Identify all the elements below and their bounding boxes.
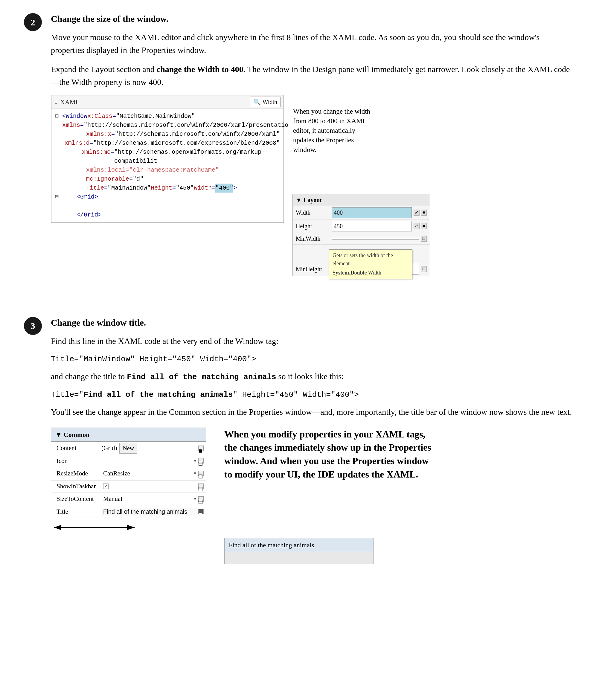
step-2-badge: 2 xyxy=(24,13,42,31)
code-eq3: = xyxy=(111,130,115,139)
resize-icon: ⤢ xyxy=(414,209,420,216)
line-prefix-2 xyxy=(55,121,60,130)
para2-suffix: so it looks like this: xyxy=(276,372,344,381)
line-prefix-3 xyxy=(55,130,84,139)
line-prefix-9: ⊟ xyxy=(55,193,60,202)
code2-prefix: Title=" xyxy=(51,390,83,399)
tooltip-container: MinWidth □ Gets or sets the width of the… xyxy=(293,233,430,276)
step-3-section: 3 Change the window title. Find this lin… xyxy=(24,316,575,565)
triangle-icon: ▼ xyxy=(296,196,302,204)
arrow-container xyxy=(51,523,206,532)
code-xmlns-mc-val: "http://schemas.openxmlformats.org/marku… xyxy=(114,148,280,166)
xaml-line-2: xmlns="http://schemas.microsoft.com/winf… xyxy=(55,121,280,130)
step-3-para1: Find this line in the XAML code at the v… xyxy=(51,334,575,347)
step-2-para1: Move your mouse to the XAML editor and c… xyxy=(51,31,575,57)
title-input[interactable] xyxy=(101,508,197,516)
code-eq6: = xyxy=(129,175,133,183)
pt-resizemode-label: ResizeMode xyxy=(53,469,101,478)
pt-sizetocontent-icon: □ xyxy=(198,496,204,502)
line-prefix-4 xyxy=(55,139,62,148)
xaml-line-6: xmlns:local="clr-namespace:MatchGame" xyxy=(55,166,280,175)
props-height-value[interactable]: 450 xyxy=(332,221,412,231)
step-3-para2: and change the title to Find all of the … xyxy=(51,370,575,383)
xaml-line-1: ⊟ <Window x:Class="MatchGame.MainWindow" xyxy=(55,112,280,121)
pt-row-resizemode: ResizeMode CanResize ▼ □ xyxy=(51,467,206,480)
code-xmlns-mc: xmlns:mc xyxy=(82,148,111,157)
xaml-line-10 xyxy=(55,202,280,210)
dropdown-icon-3[interactable]: ▼ xyxy=(193,496,197,502)
code-xmlns-x-val: "http://schemas.microsoft.com/winfx/2006… xyxy=(115,130,280,139)
properties-panel: ▼ Layout Width 400 ⤢ ■ Height 450 xyxy=(293,194,430,276)
pt-content-label: Content xyxy=(53,444,101,453)
xaml-line-11: </Grid> xyxy=(55,210,280,220)
props-minwidth-icons: □ xyxy=(421,235,427,242)
xaml-header: ↓ XAML 🔍 Width xyxy=(51,95,283,109)
tooltip-type: System.Double Width xyxy=(332,269,408,277)
properties-table: ▼ Common Content (Grid) New ■ Ic xyxy=(51,428,206,519)
props-row-minwidth: MinWidth □ xyxy=(293,233,430,245)
code-width-val-highlight: "400" xyxy=(215,183,233,193)
xaml-line-8: Title="MainWindow" Height="450" Width="4… xyxy=(55,183,280,193)
new-button[interactable]: New xyxy=(119,443,137,454)
window-titlebar: Find all of the matching animals xyxy=(225,538,374,552)
step-3-badge: 3 xyxy=(24,317,42,335)
step-2-para2-suffix: . The window in the Design pane will imm… xyxy=(51,65,570,87)
dropdown-icon-1[interactable]: ▼ xyxy=(193,458,197,464)
xaml-code: ⊟ <Window x:Class="MatchGame.MainWindow"… xyxy=(51,109,283,223)
line-prefix-8 xyxy=(55,183,84,193)
para2-prefix: and change the title to xyxy=(51,372,127,381)
pt-row-showintaskbar: ShowInTaskbar ✓ □ xyxy=(51,480,206,493)
pt-title-icon: ■ xyxy=(198,509,204,514)
line-prefix-1: ⊟ xyxy=(55,112,60,121)
pt-resizemode-icon: □ xyxy=(198,471,204,476)
window-preview-container: Find all of the matching animals xyxy=(224,538,575,564)
line-prefix-5 xyxy=(55,148,79,157)
xaml-line-7: mc:Ignorable="d" xyxy=(55,175,280,183)
code-window-open: <Window xyxy=(62,112,87,121)
code-empty xyxy=(62,202,66,210)
props-width-icons: ⤢ ■ xyxy=(414,209,427,216)
code-xmlns-x: xmlns:x xyxy=(86,130,111,139)
code-title-attr: Title xyxy=(86,183,104,193)
props-minheight-label: MinHeight xyxy=(296,265,332,274)
dropdown-icon-2[interactable]: ▼ xyxy=(193,470,197,477)
pt-icon-value xyxy=(101,460,193,461)
line-prefix-6 xyxy=(55,166,84,175)
pt-row-content: Content (Grid) New ■ xyxy=(51,442,206,455)
pt-header: ▼ Common xyxy=(51,428,206,442)
code-eq2: = xyxy=(80,121,84,130)
step-3-content: Change the window title. Find this line … xyxy=(51,316,575,565)
pt-sizetocontent-label: SizeToContent xyxy=(53,494,101,504)
right-column: When you modify properties in your XAML … xyxy=(224,428,433,481)
props-header: ▼ Layout xyxy=(293,194,430,206)
pt-icon-square: □ xyxy=(198,458,204,464)
code-matchgame: "MatchGame.MainWindow" xyxy=(116,112,195,121)
code-grid-close: </Grid> xyxy=(62,210,102,220)
xaml-line-9: ⊟ <Grid> xyxy=(55,193,280,202)
pt-showintaskbar-value: ✓ xyxy=(101,483,197,490)
pt-resizemode-value: CanResize xyxy=(101,468,193,479)
props-width-value[interactable]: 400 xyxy=(332,207,412,218)
code-mc-ignorable: mc:Ignorable xyxy=(86,175,129,183)
tooltip-type-name: System.Double xyxy=(332,270,367,276)
step-2-content: Change the size of the window. Move your… xyxy=(51,12,575,232)
pt-row-sizetocontent: SizeToContent Manual ▼ □ xyxy=(51,493,206,506)
pt-showintaskbar-label: ShowInTaskbar xyxy=(53,482,101,491)
square-icon-4: □ xyxy=(421,266,427,272)
code2-bold: Find all of the matching animals xyxy=(83,390,233,399)
checkbox-showintaskbar[interactable]: ✓ xyxy=(103,483,108,489)
code-height-val: "450" xyxy=(176,183,194,193)
props-height-icons: ⤢ ■ xyxy=(414,223,427,229)
xaml-search-box[interactable]: 🔍 Width xyxy=(250,97,280,107)
code1-content: Title="MainWindow" Height="450" Width="4… xyxy=(51,355,256,364)
pt-row-icon: Icon ▼ □ xyxy=(51,455,206,467)
line-prefix-11 xyxy=(55,210,60,220)
step3-code1: Title="MainWindow" Height="450" Width="4… xyxy=(51,353,575,365)
code-mc-val: "d" xyxy=(133,175,144,183)
step-2-para2-bold: change the Width to 400 xyxy=(157,65,244,74)
props-minheight-icons: □ xyxy=(421,266,427,272)
code-xmlns-local: xmlns:local="clr-namespace:MatchGame" xyxy=(86,166,219,175)
square-icon-3: □ xyxy=(421,235,427,242)
pt-content-value: (Grid) New xyxy=(101,443,197,454)
code-eq5: = xyxy=(111,148,114,157)
